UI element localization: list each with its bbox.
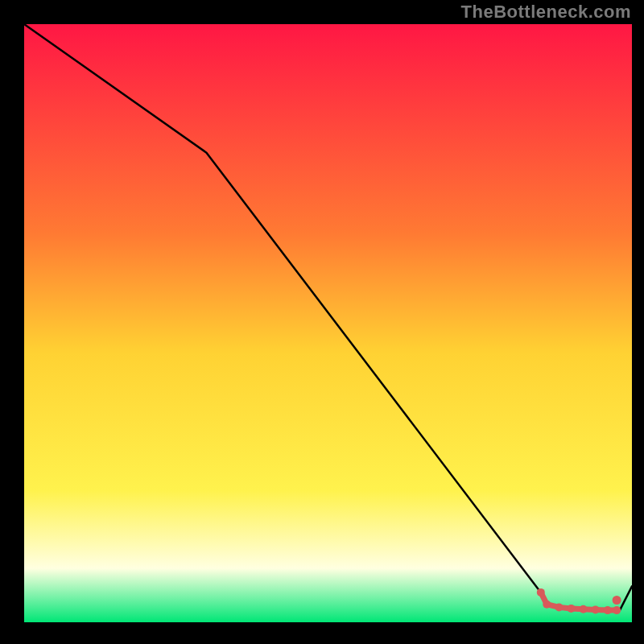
chart-canvas xyxy=(0,0,644,644)
marker-dot-end xyxy=(613,596,621,605)
marker-dot xyxy=(537,588,545,597)
chart-stage: TheBottleneck.com xyxy=(0,0,644,644)
marker-dot xyxy=(604,606,612,614)
marker-dot xyxy=(613,606,621,614)
watermark-text: TheBottleneck.com xyxy=(461,2,631,23)
marker-dot xyxy=(568,605,576,613)
marker-dot xyxy=(580,605,588,613)
marker-dot xyxy=(592,605,600,613)
plot-area xyxy=(24,24,632,622)
marker-dot xyxy=(543,601,551,609)
marker-dot xyxy=(555,603,563,611)
